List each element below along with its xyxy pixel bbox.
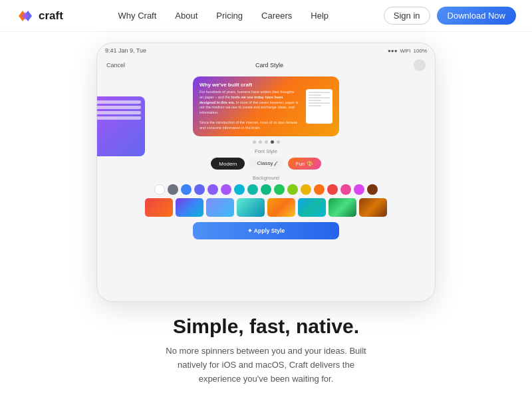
device-status-bar: 9:41 Jan 9, Tue ●●● WiFi 100%: [97, 43, 435, 58]
apply-style-button[interactable]: ✦ Apply Style: [193, 222, 339, 239]
hero-text-block: Simple, fast, native. No more spinners b…: [160, 302, 372, 386]
img-swatch-blue-fluid[interactable]: [206, 198, 234, 217]
hero-section: 9:41 Jan 9, Tue ●●● WiFi 100% Cancel Car…: [0, 32, 532, 386]
left-card: [96, 96, 145, 156]
swatch-red[interactable]: [327, 184, 338, 195]
card-document-thumbnail: [306, 89, 332, 124]
font-btn-classy[interactable]: Classy 𝒻: [249, 158, 283, 170]
nav-link-careers[interactable]: Careers: [261, 11, 292, 21]
signin-button[interactable]: Sign in: [384, 7, 430, 25]
img-swatch-ocean[interactable]: [298, 198, 326, 217]
device-screen-title: Card Style: [255, 62, 283, 68]
swatch-cyan[interactable]: [234, 184, 245, 195]
swatch-white[interactable]: [154, 184, 165, 195]
card-preview: Why we've built craft For hundreds of ye…: [193, 76, 339, 136]
swatch-yellow[interactable]: [301, 184, 311, 195]
dot-1[interactable]: [253, 140, 256, 144]
card-title: Why we've built craft: [200, 82, 299, 88]
swatch-violet[interactable]: [207, 184, 218, 195]
left-card-line-1: [96, 100, 141, 104]
nav-links: Why Craft About Pricing Careers Help: [118, 11, 329, 21]
battery-icon: 100%: [414, 48, 427, 54]
img-swatch-wood[interactable]: [359, 198, 387, 217]
color-swatches-row: [110, 184, 422, 195]
device-content-area: Why we've built craft For hundreds of ye…: [97, 72, 435, 243]
nav-actions: Sign in Download Now: [384, 7, 516, 25]
navbar: craft Why Craft About Pricing Careers He…: [0, 0, 532, 32]
img-swatch-red[interactable]: [145, 198, 173, 217]
img-swatch-purple[interactable]: [176, 198, 203, 217]
left-card-line-4: [96, 116, 141, 120]
dot-4[interactable]: [271, 140, 274, 144]
swatch-teal[interactable]: [247, 184, 258, 195]
img-swatch-forest[interactable]: [329, 198, 356, 217]
hero-subtext: No more spinners between you and your id…: [160, 344, 372, 386]
swatch-indigo[interactable]: [194, 184, 205, 195]
background-label: Background: [110, 175, 422, 181]
logo-text: craft: [39, 9, 63, 23]
device-time: 9:41 Jan 9, Tue: [105, 47, 146, 54]
logo[interactable]: craft: [16, 7, 63, 25]
img-swatch-teal[interactable]: [237, 198, 265, 217]
wifi-icon: WiFi: [400, 48, 411, 54]
font-btn-fun[interactable]: Fun 🎨: [288, 158, 321, 170]
device-status-icons: ●●● WiFi 100%: [388, 48, 427, 54]
signal-icon: ●●●: [388, 48, 398, 54]
font-btn-modern[interactable]: Modern: [211, 158, 245, 170]
swatch-fuchsia[interactable]: [354, 184, 364, 195]
device-navigation-bar: Cancel Card Style: [97, 58, 435, 72]
device-search-button[interactable]: [414, 59, 426, 71]
swatch-gray[interactable]: [168, 184, 178, 195]
font-style-options: Modern Classy 𝒻 Fun 🎨: [110, 158, 422, 170]
dot-5[interactable]: [277, 140, 280, 144]
swatch-green[interactable]: [274, 184, 285, 195]
left-card-line-3: [96, 111, 141, 114]
img-swatch-orange[interactable]: [267, 198, 295, 217]
swatch-orange[interactable]: [314, 184, 325, 195]
swatch-purple[interactable]: [221, 184, 231, 195]
logo-icon: [16, 7, 35, 25]
swatch-emerald[interactable]: [261, 184, 271, 195]
swatch-blue[interactable]: [181, 184, 192, 195]
carousel-dots: [110, 140, 422, 144]
swatch-pink[interactable]: [340, 184, 351, 195]
nav-link-pricing[interactable]: Pricing: [216, 11, 243, 21]
nav-link-help[interactable]: Help: [311, 11, 329, 21]
left-card-line-2: [96, 106, 141, 109]
image-swatches-row: [110, 198, 422, 217]
hero-headline: Simple, fast, native.: [160, 315, 372, 338]
device-mockup: 9:41 Jan 9, Tue ●●● WiFi 100% Cancel Car…: [96, 43, 436, 302]
device-cancel-button[interactable]: Cancel: [106, 62, 125, 68]
font-style-label: Font Style: [110, 148, 422, 154]
swatch-lime[interactable]: [287, 184, 298, 195]
download-button[interactable]: Download Now: [437, 7, 516, 25]
swatch-brown[interactable]: [367, 184, 378, 195]
nav-link-about[interactable]: About: [175, 11, 198, 21]
card-body-text: For hundreds of years, humans have writt…: [200, 90, 299, 131]
card-text-block: Why we've built craft For hundreds of ye…: [200, 82, 299, 131]
dot-2[interactable]: [259, 140, 262, 144]
nav-link-why-craft[interactable]: Why Craft: [118, 11, 157, 21]
dot-3[interactable]: [265, 140, 268, 144]
